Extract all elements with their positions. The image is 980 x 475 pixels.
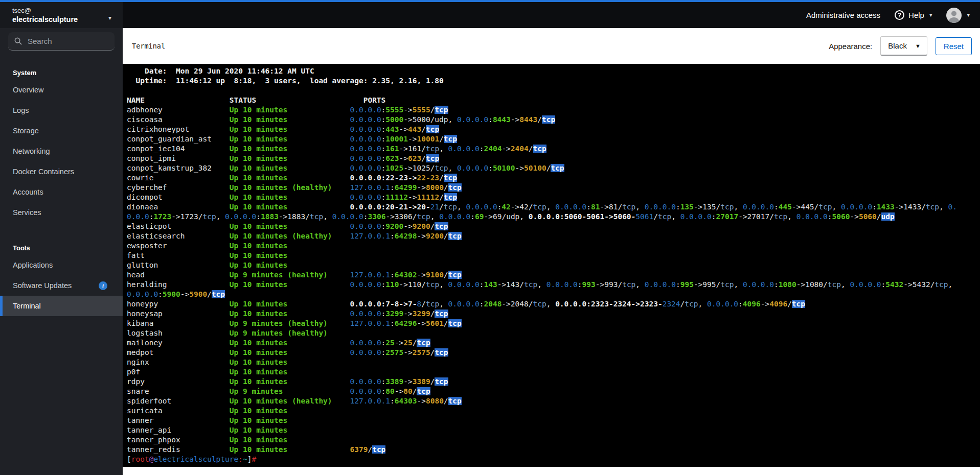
terminal-line-0: Date: Mon 29 Jun 2020 11:46:12 AM UTC [127, 66, 980, 76]
terminal-line-20: glutton Up 10 minutes [127, 260, 980, 270]
terminal-line-5: ciscoasa Up 10 minutes 0.0.0.0:5000->500… [127, 115, 980, 125]
terminal-line-33: snare Up 9 minutes 0.0.0.0:80->80/tcp [127, 387, 980, 396]
terminal-line-3: NAME STATUS PORTS [127, 96, 980, 105]
terminal-line-6: citrixhoneypot Up 10 minutes 0.0.0.0:443… [127, 125, 980, 134]
sidebar-item-label: Terminal [13, 302, 41, 310]
terminal-line-4: adbhoney Up 10 minutes 0.0.0.0:5555->555… [127, 105, 980, 115]
reset-button[interactable]: Reset [936, 37, 972, 55]
terminal-line-39: tanner_redis Up 10 minutes 6379/tcp [127, 445, 980, 455]
nav-section-title-tools: Tools [13, 244, 123, 252]
info-icon: i [99, 281, 107, 290]
terminal-line-1: Uptime: 11:46:12 up 8:18, 3 users, load … [127, 76, 980, 86]
nav-section-title-system: System [13, 69, 123, 77]
appearance-select[interactable]: Black ▼ [880, 36, 927, 56]
masthead-username: tsec@ [12, 7, 123, 15]
terminal-line-30: nginx Up 10 minutes [127, 358, 980, 367]
terminal-line-38: tanner_phpox Up 10 minutes [127, 435, 980, 445]
page-title: Terminal [132, 42, 165, 50]
sidebar-item-services[interactable]: Services [0, 202, 123, 223]
terminal-line-28: mailoney Up 10 minutes 0.0.0.0:25->25/tc… [127, 338, 980, 348]
user-icon [946, 8, 962, 23]
terminal-line-13: dicompot Up 10 minutes 0.0.0.0:11112->11… [127, 193, 980, 202]
terminal-line-8: conpot_iec104 Up 10 minutes 0.0.0.0:161-… [127, 144, 980, 154]
sidebar-item-label: Overview [13, 86, 43, 94]
sidebar-item-networking[interactable]: Networking [0, 141, 123, 161]
terminal-line-16: elasticpot Up 10 minutes 0.0.0.0:9200->9… [127, 222, 980, 231]
content-area: Terminal Appearance: Black ▼ Reset Date:… [123, 28, 980, 475]
sidebar-item-applications[interactable]: Applications [0, 255, 123, 275]
sidebar-item-label: Software Updates [13, 281, 72, 290]
terminal-line-19: fatt Up 10 minutes [127, 251, 980, 260]
sidebar-search[interactable] [8, 32, 115, 51]
masthead: tsec@ electricalsculpture ▾ Administrati… [0, 2, 980, 28]
appearance-selected-value: Black [888, 41, 907, 50]
terminal-line-11: cowrie Up 10 minutes 0.0.0.0:22-23->22-2… [127, 173, 980, 183]
appearance-label: Appearance: [829, 42, 872, 51]
terminal-line-29: medpot Up 10 minutes 0.0.0.0:2575->2575/… [127, 348, 980, 358]
sidebar-item-storage[interactable]: Storage [0, 121, 123, 141]
terminal-line-40: [root@electricalsculpture:~]# [127, 455, 980, 464]
chevron-down-icon: ▾ [967, 12, 970, 18]
terminal-line-14: dionaea Up 10 minutes 0.0.0.0:20-21->20-… [127, 202, 980, 212]
help-menu-button[interactable]: ? Help ▾ [895, 10, 932, 20]
terminal-line-25: honeysap Up 10 minutes 0.0.0.0:3299->329… [127, 309, 980, 319]
chevron-down-icon: ▼ [915, 43, 921, 49]
administrative-access-button[interactable]: Administrative access [806, 11, 880, 19]
terminal-line-2 [127, 86, 980, 96]
sidebar-item-docker-containers[interactable]: Docker Containers [0, 161, 123, 182]
sidebar-item-label: Logs [13, 106, 29, 114]
sidebar-item-label: Storage [13, 127, 39, 135]
terminal-line-34: spiderfoot Up 10 minutes (healthy) 127.0… [127, 396, 980, 406]
terminal-line-10: conpot_kamstrup_382 Up 10 minutes 0.0.0.… [127, 163, 980, 173]
terminal-line-23: 0.0.0.0:5900->5900/tcp [127, 290, 980, 299]
host-switcher[interactable]: tsec@ electricalsculpture ▾ [0, 2, 123, 28]
terminal-line-9: conpot_ipmi Up 10 minutes 0.0.0.0:623->6… [127, 154, 980, 163]
terminal-line-36: tanner Up 10 minutes [127, 416, 980, 425]
sidebar-item-label: Networking [13, 147, 50, 155]
terminal-line-12: cyberchef Up 10 minutes (healthy) 127.0.… [127, 183, 980, 193]
terminal-line-18: ewsposter Up 10 minutes [127, 241, 980, 251]
terminal-line-24: honeypy Up 10 minutes 0.0.0.0:7-8->7-8/t… [127, 299, 980, 309]
chevron-down-icon: ▾ [108, 14, 111, 21]
terminal-line-35: suricata Up 10 minutes [127, 406, 980, 416]
sidebar-item-label: Docker Containers [13, 168, 74, 176]
terminal-line-27: logstash Up 9 minutes (healthy) [127, 328, 980, 338]
sidebar-item-logs[interactable]: Logs [0, 100, 123, 121]
sidebar-item-terminal[interactable]: Terminal [0, 296, 123, 316]
sidebar-item-accounts[interactable]: Accounts [0, 182, 123, 202]
terminal-line-15: 0.0.0:1723->1723/tcp, 0.0.0.0:1883->1883… [127, 212, 980, 222]
sidebar-item-label: Applications [13, 261, 53, 269]
sidebar: SystemOverviewLogsStorageNetworkingDocke… [0, 28, 123, 475]
terminal-screen[interactable]: Date: Mon 29 Jun 2020 11:46:12 AM UTC Up… [123, 64, 980, 467]
help-icon: ? [895, 10, 904, 20]
session-menu-button[interactable]: ▾ [946, 8, 970, 23]
terminal-line-21: head Up 9 minutes (healthy) 127.0.0.1:64… [127, 270, 980, 280]
sidebar-item-software-updates[interactable]: Software Updatesi [0, 275, 123, 296]
search-icon [14, 37, 22, 45]
terminal-line-17: elasticsearch Up 10 minutes (healthy) 12… [127, 231, 980, 241]
avatar [946, 8, 962, 23]
administrative-access-label: Administrative access [806, 11, 880, 19]
help-label: Help [908, 11, 924, 19]
sidebar-item-label: Services [13, 208, 41, 217]
search-input[interactable] [27, 36, 100, 46]
terminal-line-32: rdpy Up 10 minutes 0.0.0.0:3389->3389/tc… [127, 377, 980, 387]
masthead-hostname: electricalsculpture [12, 15, 123, 25]
terminal-header: Terminal Appearance: Black ▼ Reset [123, 28, 980, 64]
sidebar-item-label: Accounts [13, 188, 43, 196]
terminal-line-22: heralding Up 10 minutes 0.0.0.0:110->110… [127, 280, 980, 290]
terminal-line-7: conpot_guardian_ast Up 10 minutes 0.0.0.… [127, 134, 980, 144]
terminal-line-31: p0f Up 10 minutes [127, 367, 980, 377]
terminal-line-37: tanner_api Up 10 minutes [127, 425, 980, 435]
sidebar-item-overview[interactable]: Overview [0, 80, 123, 100]
chevron-down-icon: ▾ [929, 12, 932, 18]
terminal-line-26: kibana Up 9 minutes (healthy) 127.0.0.1:… [127, 319, 980, 328]
